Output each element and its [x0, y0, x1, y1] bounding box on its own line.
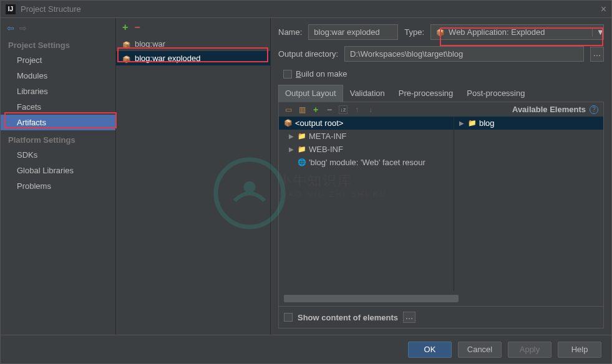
- sidebar-item-sdks[interactable]: SDKs: [1, 147, 115, 163]
- name-label: Name:: [278, 27, 302, 37]
- sidebar-item-problems[interactable]: Problems: [1, 178, 115, 194]
- output-root-row[interactable]: <output root>: [279, 117, 454, 130]
- sidebar-heading: Project Settings: [1, 36, 115, 52]
- tree-item-label: 'blog' module: 'Web' facet resour: [309, 158, 425, 167]
- artifact-item[interactable]: blog:war exploded: [116, 51, 270, 65]
- add-artifact-icon[interactable]: +: [122, 22, 128, 33]
- window-title: Project Structure: [21, 4, 601, 14]
- main-panel: Name: blog:war exploded Type: Web Applic…: [271, 18, 611, 335]
- nav-forward-icon[interactable]: ⇨: [19, 23, 27, 33]
- artifact-icon: [122, 40, 131, 49]
- artifact-item[interactable]: blog:war: [116, 37, 270, 51]
- outdir-field[interactable]: D:\Workspaces\blog\target\blog: [344, 46, 584, 62]
- sidebar-item-facets[interactable]: Facets: [1, 99, 115, 115]
- sidebar-item-global-libraries[interactable]: Global Libraries: [1, 163, 115, 178]
- cancel-button[interactable]: Cancel: [458, 342, 502, 358]
- sidebar-item-artifacts[interactable]: Artifacts: [1, 115, 115, 130]
- tabs: Output LayoutValidationPre-processingPos…: [278, 85, 604, 102]
- folder-icon: [468, 119, 477, 127]
- app-icon: IJ: [6, 4, 16, 14]
- help-icon[interactable]: ?: [590, 105, 598, 114]
- show-content-options-button[interactable]: …: [403, 312, 415, 323]
- tab-pre-processing[interactable]: Pre-processing: [392, 85, 460, 102]
- sidebar-heading: Platform Settings: [1, 130, 115, 147]
- artifact-list-panel: + − blog:warblog:war exploded: [116, 18, 271, 335]
- available-elements-label: Available Elements: [512, 105, 586, 114]
- tab-output-layout[interactable]: Output Layout: [278, 85, 343, 102]
- available-item[interactable]: ▶blog: [454, 117, 603, 130]
- chevron-down-icon: ▼: [592, 27, 598, 37]
- apply-button[interactable]: Apply: [508, 342, 551, 358]
- outdir-label: Output directory:: [278, 49, 338, 59]
- expander-icon[interactable]: ▶: [289, 146, 295, 153]
- expander-icon[interactable]: ▶: [289, 133, 295, 140]
- help-button[interactable]: Help: [558, 342, 601, 358]
- build-on-make-checkbox[interactable]: [283, 70, 292, 79]
- remove-item-icon[interactable]: −: [325, 105, 334, 114]
- type-value: Web Application: Exploded: [449, 27, 586, 37]
- archive-icon: [284, 119, 293, 127]
- type-dropdown[interactable]: Web Application: Exploded ▼: [430, 24, 604, 40]
- move-up-icon[interactable]: ↑: [352, 105, 361, 114]
- type-label: Type:: [404, 27, 424, 37]
- tab-validation[interactable]: Validation: [343, 85, 392, 102]
- dialog-buttons: OK Cancel Apply Help: [1, 335, 611, 363]
- sidebar-item-modules[interactable]: Modules: [1, 68, 115, 84]
- artifact-icon: [122, 54, 131, 63]
- name-field[interactable]: blog:war exploded: [308, 24, 398, 40]
- show-content-checkbox[interactable]: [284, 313, 293, 322]
- expander-icon[interactable]: ▶: [459, 120, 465, 127]
- titlebar: IJ Project Structure ×: [1, 1, 611, 18]
- tree-row[interactable]: ▶META-INF: [279, 130, 454, 143]
- output-tree[interactable]: <output root> ▶META-INF▶WEB-INF'blog' mo…: [279, 117, 454, 291]
- add-item-icon[interactable]: +: [311, 105, 320, 114]
- tree-item-label: META-INF: [309, 132, 346, 141]
- sidebar-item-libraries[interactable]: Libraries: [1, 84, 115, 99]
- folder-icon: [298, 132, 306, 140]
- facet-icon: [298, 158, 306, 166]
- nav-back-icon[interactable]: ⇦: [7, 23, 14, 33]
- available-elements-tree[interactable]: ▶blog: [454, 117, 603, 291]
- folder-icon: [298, 145, 306, 153]
- artifact-type-icon: [436, 27, 445, 37]
- ok-button[interactable]: OK: [408, 342, 452, 358]
- sidebar: ⇦ ⇨ Project SettingsProjectModulesLibrar…: [1, 18, 116, 335]
- tree-item-label: WEB-INF: [309, 145, 343, 154]
- tree-row[interactable]: ▶WEB-INF: [279, 143, 454, 156]
- output-toolbar: ▭ ▥ + − ↓z ↑ ↓ Available Elements ?: [279, 102, 603, 117]
- tab-post-processing[interactable]: Post-processing: [460, 85, 532, 102]
- artifact-label: blog:war exploded: [135, 54, 201, 63]
- build-on-make-label: Build on make: [296, 69, 347, 79]
- new-archive-icon[interactable]: ▥: [298, 105, 306, 114]
- available-item-label: blog: [479, 118, 495, 128]
- horizontal-scrollbar[interactable]: [284, 295, 459, 302]
- sidebar-item-project[interactable]: Project: [1, 52, 115, 68]
- close-icon[interactable]: ×: [601, 4, 606, 15]
- remove-artifact-icon[interactable]: −: [134, 22, 140, 33]
- artifact-label: blog:war: [135, 39, 165, 49]
- sort-icon[interactable]: ↓z: [339, 105, 347, 114]
- new-folder-icon[interactable]: ▭: [284, 105, 293, 114]
- show-content-label: Show content of elements: [298, 313, 398, 322]
- output-root-label: <output root>: [295, 118, 343, 128]
- browse-button[interactable]: …: [590, 47, 604, 62]
- move-down-icon[interactable]: ↓: [366, 105, 375, 114]
- tree-row[interactable]: 'blog' module: 'Web' facet resour: [279, 156, 454, 169]
